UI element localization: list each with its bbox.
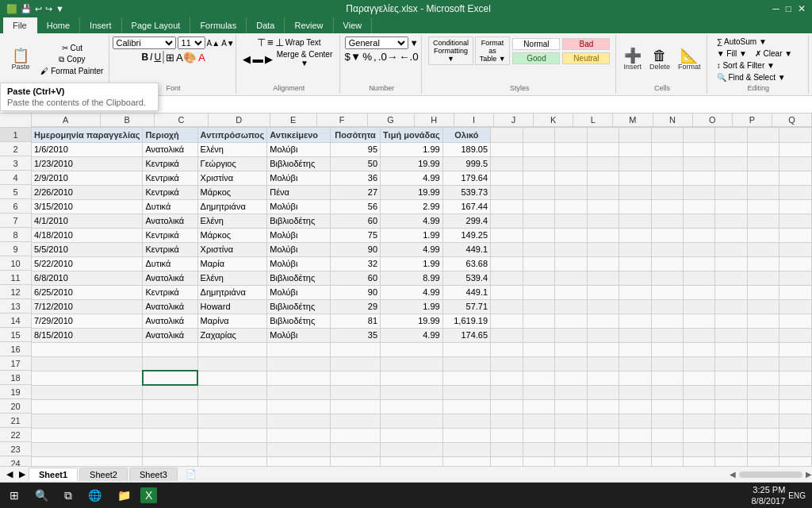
table-row[interactable] (683, 456, 714, 466)
tab-review[interactable]: Review (285, 17, 333, 33)
table-row[interactable] (523, 399, 554, 414)
table-row[interactable] (143, 414, 197, 428)
table-row[interactable] (555, 156, 587, 171)
table-row[interactable] (587, 385, 619, 399)
table-row[interactable]: 999.5 (442, 156, 490, 171)
sheet-scroll-right[interactable]: ▶ (16, 469, 29, 479)
table-row[interactable]: Ανατολικά (143, 142, 197, 156)
table-row[interactable]: 95 (331, 142, 381, 156)
table-row[interactable]: Βιβλιοδέτης (267, 314, 331, 328)
wrap-text-button[interactable]: Wrap Text (285, 37, 321, 48)
table-row[interactable] (747, 456, 779, 466)
table-row[interactable]: Μολύβι (267, 328, 331, 342)
table-row[interactable] (491, 214, 523, 228)
table-row[interactable]: 8.99 (381, 271, 443, 285)
table-row[interactable]: Μολύβι (267, 199, 331, 214)
sort-filter-button[interactable]: ↕ Sort & Filter ▼ (714, 60, 778, 71)
table-row[interactable]: Ελένη (197, 142, 267, 156)
table-row[interactable] (683, 214, 714, 228)
row-header[interactable]: 9 (0, 242, 32, 256)
tab-page-layout[interactable]: Page Layout (122, 17, 191, 33)
table-row[interactable] (491, 271, 523, 285)
table-row[interactable] (197, 342, 267, 356)
table-row[interactable] (651, 414, 683, 428)
table-row[interactable]: 81 (331, 314, 381, 328)
align-middle-button[interactable]: ≡ (267, 37, 274, 48)
table-row[interactable] (555, 414, 587, 428)
table-row[interactable] (267, 371, 331, 385)
table-row[interactable] (619, 385, 651, 399)
font-shrink-button[interactable]: A▼ (221, 39, 235, 48)
table-row[interactable] (715, 399, 747, 414)
table-row[interactable]: 56 (331, 199, 381, 214)
table-row[interactable] (267, 456, 331, 466)
table-row[interactable]: Μολύβι (267, 242, 331, 256)
table-row[interactable] (779, 185, 812, 199)
tab-file[interactable]: File (3, 17, 37, 33)
table-row[interactable]: 4/18/2010 (32, 228, 143, 242)
table-row[interactable]: Ημερομηνία παραγγελίας (32, 128, 143, 142)
table-row[interactable]: 32 (331, 256, 381, 271)
add-sheet-button[interactable]: 📄 (179, 469, 203, 479)
table-row[interactable]: Μάρκος (197, 185, 267, 199)
table-row[interactable]: 7/12/2010 (32, 299, 143, 314)
table-row[interactable]: Howard (197, 299, 267, 314)
table-row[interactable] (651, 271, 683, 285)
sheet-scroll-left[interactable]: ◀ (3, 469, 16, 479)
table-row[interactable]: 2/26/2010 (32, 185, 143, 199)
table-row[interactable] (587, 342, 619, 356)
table-row[interactable] (197, 428, 267, 442)
table-row[interactable] (381, 428, 443, 442)
font-size-select[interactable]: 11 (178, 37, 205, 49)
table-row[interactable] (715, 442, 747, 456)
table-row[interactable]: 36 (331, 171, 381, 185)
table-row[interactable]: Ανατολικά (143, 299, 197, 314)
style-bad[interactable]: Bad (562, 38, 610, 50)
table-row[interactable] (442, 356, 490, 371)
table-row[interactable] (381, 414, 443, 428)
copy-button[interactable]: ⧉ Copy (37, 54, 106, 65)
table-row[interactable] (651, 456, 683, 466)
table-row[interactable]: 539.4 (442, 271, 490, 285)
sheet-tab-sheet2[interactable]: Sheet2 (79, 468, 128, 481)
table-row[interactable] (523, 428, 554, 442)
table-row[interactable] (197, 414, 267, 428)
table-row[interactable]: Ανατολικά (143, 328, 197, 342)
table-row[interactable]: Ανατολικά (143, 214, 197, 228)
fill-button[interactable]: ▼ Fill ▼ (714, 48, 750, 59)
decrease-decimal-button[interactable]: ←.0 (399, 51, 418, 63)
table-row[interactable] (779, 314, 812, 328)
table-row[interactable] (555, 242, 587, 256)
table-row[interactable] (747, 142, 779, 156)
table-row[interactable]: Περιοχή (143, 128, 197, 142)
table-row[interactable] (442, 385, 490, 399)
number-format-select[interactable]: General (345, 37, 408, 49)
table-row[interactable] (555, 328, 587, 342)
align-left-button[interactable]: ◀ (243, 50, 251, 67)
table-row[interactable] (491, 314, 523, 328)
table-row[interactable] (381, 371, 443, 385)
col-header-o[interactable]: O (693, 114, 733, 127)
table-row[interactable] (587, 128, 619, 142)
table-row[interactable]: Βιβλιοδέτης (267, 214, 331, 228)
table-row[interactable] (747, 399, 779, 414)
table-row[interactable] (555, 171, 587, 185)
table-row[interactable] (491, 256, 523, 271)
table-row[interactable] (779, 199, 812, 214)
table-row[interactable] (523, 142, 554, 156)
table-row[interactable] (779, 399, 812, 414)
table-row[interactable]: 1/6/2010 (32, 142, 143, 156)
table-row[interactable] (587, 371, 619, 385)
sheet-tab-sheet1[interactable]: Sheet1 (29, 468, 78, 481)
table-row[interactable] (651, 442, 683, 456)
table-row[interactable] (715, 328, 747, 342)
horizontal-scroll-left[interactable]: ◀ (730, 470, 736, 479)
table-row[interactable] (491, 442, 523, 456)
table-row[interactable] (619, 271, 651, 285)
table-row[interactable] (491, 414, 523, 428)
table-row[interactable]: 27 (331, 185, 381, 199)
table-row[interactable] (683, 428, 714, 442)
table-row[interactable]: 449.1 (442, 242, 490, 256)
style-good[interactable]: Good (512, 52, 560, 64)
minimize-button[interactable]: ─ (772, 3, 779, 14)
